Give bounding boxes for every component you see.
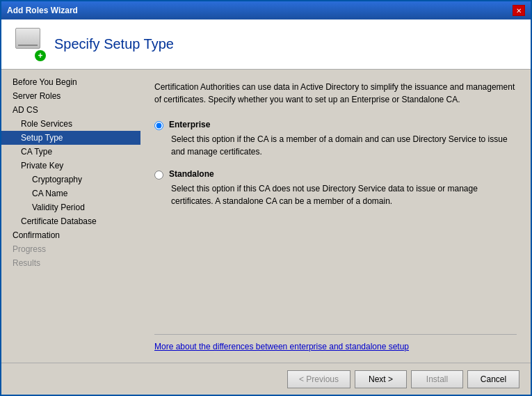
standalone-description: Select this option if this CA does not u… (171, 182, 517, 207)
enterprise-description: Select this option if the CA is a member… (171, 133, 517, 158)
window-title: Add Roles Wizard (7, 6, 78, 15)
sidebar-item-confirmation[interactable]: Confirmation (1, 228, 140, 242)
server-icon (15, 28, 40, 49)
option-group: Enterprise Select this option if the CA … (154, 120, 517, 207)
description-text: Certification Authorities can use data i… (154, 81, 517, 106)
sidebar-item-private-key[interactable]: Private Key (1, 159, 140, 173)
content-area: + Specify Setup Type Before You BeginSer… (1, 19, 531, 395)
title-bar: Add Roles Wizard ✕ (1, 1, 531, 19)
close-button[interactable]: ✕ (513, 5, 525, 16)
plus-badge: + (35, 50, 46, 61)
sidebar-item-results: Results (1, 256, 140, 270)
sidebar-item-setup-type[interactable]: Setup Type (1, 131, 140, 145)
sidebar-item-ca-name[interactable]: CA Name (1, 187, 140, 200)
sidebar-item-certificate-database[interactable]: Certificate Database (1, 214, 140, 228)
sidebar-item-role-services[interactable]: Role Services (1, 117, 140, 131)
standalone-radio[interactable] (154, 171, 163, 180)
standalone-option-row: Standalone (154, 169, 517, 180)
sidebar-item-ca-type[interactable]: CA Type (1, 145, 140, 159)
sidebar-item-before-you-begin[interactable]: Before You Begin (1, 75, 140, 89)
enterprise-radio[interactable] (154, 121, 163, 130)
main-body: Before You BeginServer RolesAD CSRole Se… (1, 70, 531, 363)
sidebar-item-validity-period[interactable]: Validity Period (1, 200, 140, 214)
more-info-link[interactable]: More about the differences between enter… (154, 342, 409, 351)
sidebar: Before You BeginServer RolesAD CSRole Se… (1, 70, 140, 363)
link-area: More about the differences between enter… (154, 309, 517, 351)
divider (154, 334, 517, 335)
sidebar-item-ad-cs[interactable]: AD CS (1, 103, 140, 117)
install-button[interactable]: Install (411, 370, 463, 388)
wizard-window: Add Roles Wizard ✕ + Specify Setup Type … (0, 0, 532, 396)
sidebar-item-progress: Progress (1, 242, 140, 256)
previous-button[interactable]: < Previous (287, 370, 350, 388)
footer: < Previous Next > Install Cancel (1, 363, 531, 395)
header-icon: + (13, 28, 46, 61)
enterprise-option-row: Enterprise (154, 120, 517, 130)
sidebar-item-cryptography[interactable]: Cryptography (1, 173, 140, 187)
enterprise-label[interactable]: Enterprise (169, 120, 210, 129)
standalone-label[interactable]: Standalone (169, 169, 214, 179)
page-title: Specify Setup Type (54, 36, 174, 52)
main-content: Certification Authorities can use data i… (140, 70, 531, 363)
sidebar-item-server-roles[interactable]: Server Roles (1, 89, 140, 103)
cancel-button[interactable]: Cancel (467, 370, 519, 388)
next-button[interactable]: Next > (355, 370, 407, 388)
header-area: + Specify Setup Type (1, 19, 531, 70)
